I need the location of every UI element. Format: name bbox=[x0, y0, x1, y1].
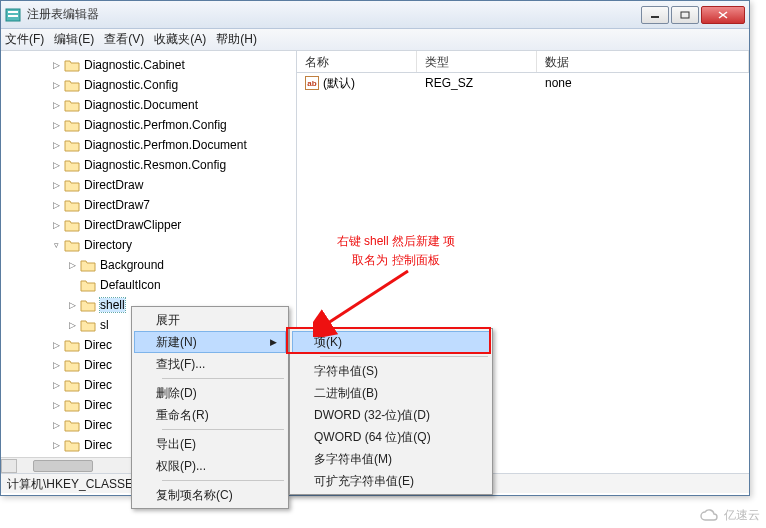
tree-node[interactable]: ▷Diagnostic.Document bbox=[1, 95, 296, 115]
expand-icon[interactable]: ▷ bbox=[67, 320, 78, 331]
tree-node[interactable]: ▷Diagnostic.Perfmon.Document bbox=[1, 135, 296, 155]
expand-icon[interactable]: ▷ bbox=[51, 60, 62, 71]
tree-node[interactable]: ▷Diagnostic.Config bbox=[1, 75, 296, 95]
tree-label: Background bbox=[100, 258, 164, 272]
col-data[interactable]: 数据 bbox=[537, 51, 749, 72]
menu-item[interactable]: 二进制值(B) bbox=[292, 382, 490, 404]
expand-icon[interactable]: ▷ bbox=[51, 120, 62, 131]
list-row[interactable]: ab(默认)REG_SZnone bbox=[297, 73, 749, 93]
menu-item-label: QWORD (64 位)值(Q) bbox=[314, 429, 431, 446]
tree-label: shell bbox=[100, 298, 125, 312]
menu-item[interactable]: 可扩充字符串值(E) bbox=[292, 470, 490, 492]
menu-item-label: 导出(E) bbox=[156, 436, 196, 453]
tree-label: Diagnostic.Perfmon.Config bbox=[84, 118, 227, 132]
expand-icon[interactable]: ▷ bbox=[67, 260, 78, 271]
tree-label: Direc bbox=[84, 358, 112, 372]
tree-label: DefaultIcon bbox=[100, 278, 161, 292]
menu-item[interactable]: 权限(P)... bbox=[134, 455, 286, 477]
menu-help[interactable]: 帮助(H) bbox=[216, 31, 257, 48]
scroll-thumb[interactable] bbox=[33, 460, 93, 472]
annotation-highlight bbox=[286, 327, 491, 354]
context-menu: 展开新建(N)▶查找(F)...删除(D)重命名(R)导出(E)权限(P)...… bbox=[131, 306, 289, 509]
menu-file[interactable]: 文件(F) bbox=[5, 31, 44, 48]
scroll-left-button[interactable] bbox=[1, 459, 17, 473]
submenu-arrow-icon: ▶ bbox=[270, 337, 277, 347]
menu-fav[interactable]: 收藏夹(A) bbox=[154, 31, 206, 48]
value-type: REG_SZ bbox=[417, 76, 537, 90]
menu-item-label: 复制项名称(C) bbox=[156, 487, 233, 504]
expand-icon[interactable]: ▷ bbox=[51, 440, 62, 451]
menu-item[interactable]: 新建(N)▶ bbox=[134, 331, 286, 353]
menu-separator bbox=[162, 378, 284, 379]
close-button[interactable] bbox=[701, 6, 745, 24]
tree-label: Direc bbox=[84, 418, 112, 432]
expand-icon[interactable]: ▷ bbox=[51, 420, 62, 431]
titlebar[interactable]: 注册表编辑器 bbox=[1, 1, 749, 29]
col-type[interactable]: 类型 bbox=[417, 51, 537, 72]
tree-node[interactable]: ▷DirectDrawClipper bbox=[1, 215, 296, 235]
minimize-button[interactable] bbox=[641, 6, 669, 24]
tree-node[interactable]: ▷DirectDraw7 bbox=[1, 195, 296, 215]
tree-node[interactable]: ▷DirectDraw bbox=[1, 175, 296, 195]
menu-edit[interactable]: 编辑(E) bbox=[54, 31, 94, 48]
annotation-text: 右键 shell 然后新建 项取名为 控制面板 bbox=[311, 231, 481, 269]
menu-item[interactable]: 删除(D) bbox=[134, 382, 286, 404]
tree-label: Direc bbox=[84, 438, 112, 452]
menu-item-label: 二进制值(B) bbox=[314, 385, 378, 402]
tree-node[interactable]: DefaultIcon bbox=[1, 275, 296, 295]
menu-item[interactable]: 多字符串值(M) bbox=[292, 448, 490, 470]
expand-icon[interactable]: ▷ bbox=[51, 180, 62, 191]
tree-node[interactable]: ▷Diagnostic.Cabinet bbox=[1, 55, 296, 75]
expand-icon[interactable]: ▷ bbox=[51, 100, 62, 111]
maximize-button[interactable] bbox=[671, 6, 699, 24]
window-title: 注册表编辑器 bbox=[27, 6, 639, 23]
menu-item[interactable]: 重命名(R) bbox=[134, 404, 286, 426]
tree-node[interactable]: ▿Directory bbox=[1, 235, 296, 255]
tree-label: sl bbox=[100, 318, 109, 332]
menu-item[interactable]: QWORD (64 位)值(Q) bbox=[292, 426, 490, 448]
tree-label: Diagnostic.Config bbox=[84, 78, 178, 92]
string-value-icon: ab bbox=[305, 76, 319, 90]
menu-item-label: 新建(N) bbox=[156, 334, 197, 351]
value-data: none bbox=[537, 76, 749, 90]
expand-icon[interactable]: ▷ bbox=[51, 360, 62, 371]
menu-separator bbox=[162, 480, 284, 481]
tree-node[interactable]: ▷Background bbox=[1, 255, 296, 275]
menu-separator bbox=[162, 429, 284, 430]
expand-icon[interactable]: ▷ bbox=[51, 340, 62, 351]
menu-item-label: 多字符串值(M) bbox=[314, 451, 392, 468]
expand-icon[interactable]: ▷ bbox=[51, 80, 62, 91]
menu-item[interactable]: 查找(F)... bbox=[134, 353, 286, 375]
menu-item[interactable]: 字符串值(S) bbox=[292, 360, 490, 382]
menu-item[interactable]: 导出(E) bbox=[134, 433, 286, 455]
tree-label: DirectDraw7 bbox=[84, 198, 150, 212]
tree-label: DirectDraw bbox=[84, 178, 143, 192]
tree-node[interactable]: ▷Diagnostic.Perfmon.Config bbox=[1, 115, 296, 135]
menu-item-label: 可扩充字符串值(E) bbox=[314, 473, 414, 490]
expand-icon[interactable]: ▷ bbox=[67, 300, 78, 311]
menu-item[interactable]: 复制项名称(C) bbox=[134, 484, 286, 506]
expand-icon[interactable]: ▷ bbox=[51, 220, 62, 231]
menu-item[interactable]: DWORD (32-位)值(D) bbox=[292, 404, 490, 426]
expand-icon[interactable]: ▷ bbox=[51, 140, 62, 151]
expand-icon[interactable]: ▷ bbox=[51, 200, 62, 211]
svg-rect-1 bbox=[8, 11, 18, 13]
list-header: 名称 类型 数据 bbox=[297, 51, 749, 73]
menu-item-label: 重命名(R) bbox=[156, 407, 209, 424]
menu-item-label: 权限(P)... bbox=[156, 458, 206, 475]
tree-label: Direc bbox=[84, 398, 112, 412]
col-name[interactable]: 名称 bbox=[297, 51, 417, 72]
menu-view[interactable]: 查看(V) bbox=[104, 31, 144, 48]
expand-icon[interactable]: ▷ bbox=[51, 160, 62, 171]
tree-node[interactable]: ▷Diagnostic.Resmon.Config bbox=[1, 155, 296, 175]
expand-icon[interactable]: ▷ bbox=[51, 380, 62, 391]
menu-item-label: 字符串值(S) bbox=[314, 363, 378, 380]
menu-item-label: 删除(D) bbox=[156, 385, 197, 402]
expand-icon[interactable]: ▷ bbox=[51, 400, 62, 411]
menu-item-label: 查找(F)... bbox=[156, 356, 205, 373]
expand-icon[interactable]: ▿ bbox=[51, 240, 62, 251]
tree-label: Diagnostic.Cabinet bbox=[84, 58, 185, 72]
expand-icon[interactable] bbox=[67, 280, 78, 291]
menu-item[interactable]: 展开 bbox=[134, 309, 286, 331]
tree-label: Direc bbox=[84, 378, 112, 392]
